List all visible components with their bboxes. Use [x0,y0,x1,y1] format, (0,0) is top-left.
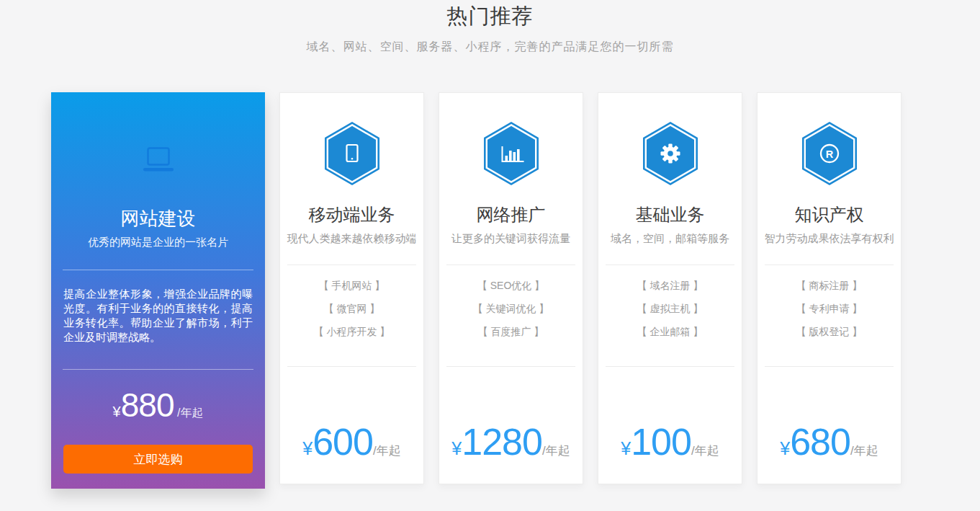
service-item: 【 关键词优化 】 [439,303,583,314]
price-unit: /年起 [542,444,570,458]
service-item: 【 百度推广 】 [439,326,583,337]
service-item: 【 小程序开发 】 [280,326,423,337]
currency-symbol: ¥ [780,438,790,458]
service-item: 【 版权登记 】 [758,326,901,337]
service-items: 【 手机网站 】 【 微官网 】 【 小程序开发 】 [280,280,423,337]
price: ¥600/年起 [280,420,423,463]
divider [606,265,734,265]
card-title: 网络推广 [439,204,583,226]
product-card-mobile-business[interactable]: 移动端业务 现代人类越来越依赖移动端 【 手机网站 】 【 微官网 】 【 小程… [279,92,424,484]
card-subtitle: 现代人类越来越依赖移动端 [280,232,423,244]
divider [765,265,894,265]
price-unit: /年起 [691,444,719,458]
card-title: 网站建设 [51,208,265,229]
currency-symbol: ¥ [451,438,462,458]
service-item: 【 微官网 】 [280,303,423,314]
smartphone-icon [325,122,379,185]
card-subtitle: 优秀的网站是企业的一张名片 [51,236,265,248]
product-card-network-promotion[interactable]: 网络推广 让更多的关键词获得流量 【 SEO优化 】 【 关键词优化 】 【 百… [439,92,583,484]
price-amount: 880 [121,386,174,424]
product-card-intellectual-property[interactable]: R 知识产权 智力劳动成果依法享有权利 【 商标注册 】 【 专利申请 】 【 … [757,92,902,484]
divider [63,270,253,270]
gear-icon [643,122,698,185]
service-items: 【 商标注册 】 【 专利申请 】 【 版权登记 】 [758,280,901,337]
service-item: 【 SEO优化 】 [439,280,583,291]
currency-symbol: ¥ [302,438,313,458]
divider [287,265,416,265]
svg-text:R: R [825,148,833,160]
laptop-icon [143,147,174,173]
section-title: 热门推荐 [0,5,980,27]
service-items: 【 域名注册 】 【 虚拟主机 】 【 企业邮箱 】 [598,280,742,337]
currency-symbol: ¥ [113,404,121,419]
price: ¥680/年起 [758,420,901,463]
price-unit: /年起 [373,444,401,458]
price-unit: /年起 [177,406,203,419]
hot-recommend-section: 热门推荐 域名、网站、空间、服务器、小程序，完善的产品满足您的一切所需 网站建设… [0,5,980,489]
price: ¥880 /年起 [51,386,265,425]
product-card-basic-business[interactable]: 基础业务 域名，空间，邮箱等服务 【 域名注册 】 【 虚拟主机 】 【 企业邮… [598,92,742,484]
price-unit: /年起 [850,444,878,458]
price-amount: 680 [790,421,850,463]
divider [287,366,416,367]
service-item: 【 域名注册 】 [598,280,742,291]
divider [765,366,894,367]
price: ¥100/年起 [598,420,742,463]
card-subtitle: 智力劳动成果依法享有权利 [758,232,901,244]
section-subtitle: 域名、网站、空间、服务器、小程序，完善的产品满足您的一切所需 [0,40,980,53]
currency-symbol: ¥ [621,438,631,458]
service-item: 【 企业邮箱 】 [598,326,742,337]
card-title: 知识产权 [758,204,901,226]
buy-now-button[interactable]: 立即选购 [63,445,253,474]
card-title: 移动端业务 [280,204,423,226]
price-amount: 1280 [462,421,542,463]
bar-chart-icon [484,122,539,185]
section-header: 热门推荐 域名、网站、空间、服务器、小程序，完善的产品满足您的一切所需 [0,5,980,53]
divider [63,369,253,370]
price-amount: 600 [313,421,373,463]
service-items: 【 SEO优化 】 【 关键词优化 】 【 百度推广 】 [439,280,583,337]
card-subtitle: 让更多的关键词获得流量 [439,232,583,244]
price: ¥1280/年起 [439,420,583,463]
registered-trademark-icon: R [802,122,857,185]
price-amount: 100 [631,421,691,463]
card-title: 基础业务 [598,204,742,226]
service-item: 【 专利申请 】 [758,303,901,314]
divider [446,366,575,367]
product-card-website-construction: 网站建设 优秀的网站是企业的一张名片 提高企业整体形象，增强企业品牌的曝光度。有… [51,92,265,489]
divider [606,366,734,367]
card-description: 提高企业整体形象，增强企业品牌的曝光度。有利于业务的的直接转化，提高业务转化率。… [63,287,253,345]
product-cards-row: 网站建设 优秀的网站是企业的一张名片 提高企业整体形象，增强企业品牌的曝光度。有… [51,92,980,489]
card-subtitle: 域名，空间，邮箱等服务 [598,232,742,244]
divider [446,265,575,265]
service-item: 【 商标注册 】 [758,280,901,291]
service-item: 【 虚拟主机 】 [598,303,742,314]
service-item: 【 手机网站 】 [280,280,423,291]
